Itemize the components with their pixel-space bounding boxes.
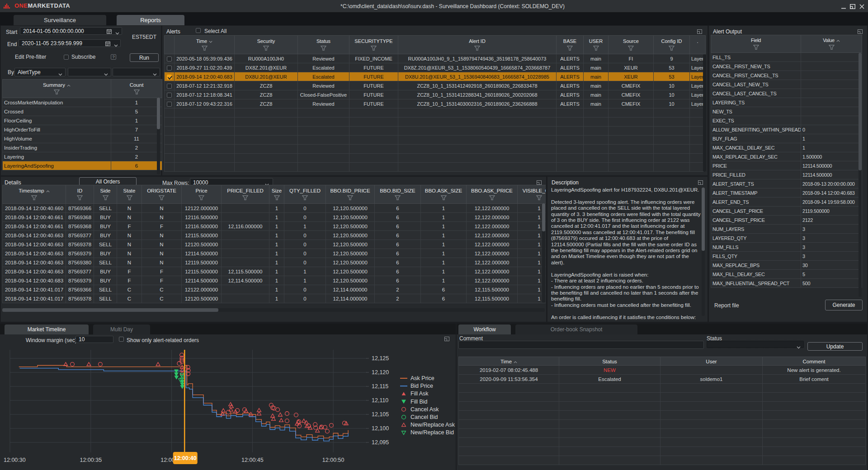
cell[interactable]: C xyxy=(117,294,142,303)
cell[interactable]: ALERT_START_TS xyxy=(711,179,801,188)
table-row[interactable]: CANCEL_LAST_NEW_TS xyxy=(711,80,862,89)
cell[interactable]: BUY xyxy=(94,249,117,258)
cell[interactable]: 1 xyxy=(269,258,284,267)
cell[interactable]: 0 xyxy=(284,258,326,267)
cell[interactable]: FloorCeiling xyxy=(3,116,111,125)
table-row[interactable]: Crossed5 xyxy=(3,107,162,116)
cell[interactable] xyxy=(801,89,862,98)
cell[interactable]: N xyxy=(117,213,142,222)
cell[interactable]: ALERTS xyxy=(557,81,584,90)
cell[interactable]: 2018-09-13 20:00:00.000 xyxy=(801,179,862,188)
cell[interactable]: PRICE_FILLED xyxy=(711,170,801,179)
cell[interactable]: XEUR xyxy=(609,63,654,72)
alert-orders-checkbox[interactable] xyxy=(119,337,124,342)
cell[interactable]: 1 xyxy=(518,240,546,249)
cell[interactable]: 9 xyxy=(654,54,690,63)
cell[interactable]: 1 xyxy=(284,267,326,276)
cell[interactable] xyxy=(165,63,175,72)
table-row[interactable]: HighVolume11 xyxy=(3,134,162,143)
table-row[interactable]: 2018-09-14 12:00:41.01787569366SELLCC121… xyxy=(3,285,546,294)
cell[interactable]: 2018-09-14 12:00:40.683 xyxy=(3,276,66,285)
cell[interactable]: 12,122.000000 xyxy=(467,231,518,240)
cell[interactable]: ZCZ8 xyxy=(235,81,298,90)
cell[interactable]: N xyxy=(117,231,142,240)
column-header[interactable]: USER xyxy=(584,36,609,46)
cell[interactable]: 1 xyxy=(269,249,284,258)
cell[interactable]: 2018-09-14 12:00:41.017 xyxy=(3,285,66,294)
cell[interactable] xyxy=(165,99,175,108)
table-row[interactable]: 2020-05-18 05:39:09.436RU000A100JH0Revie… xyxy=(165,54,706,63)
cell[interactable]: 1 xyxy=(518,267,546,276)
table-row[interactable]: 2018-09-14 12:00:41.01787569378SELLCC121… xyxy=(3,294,546,303)
cell[interactable]: ZCZ8_10_1_1531412492918_260189026_226833… xyxy=(398,81,557,90)
table-row[interactable]: CANCEL_FIRST_CANCEL_TS xyxy=(711,71,862,80)
cell[interactable]: 12120.500000 xyxy=(182,294,222,303)
table-row[interactable]: LAYERED_QTY3 xyxy=(711,234,862,243)
column-filter[interactable] xyxy=(3,89,111,98)
table-row[interactable]: MAX_REPLACE_BPS30 xyxy=(711,261,862,270)
cell[interactable] xyxy=(801,107,862,116)
cell[interactable]: NUM_FILLS xyxy=(711,243,801,252)
cell[interactable]: 2018-09-14 12:00:40.661 xyxy=(3,222,66,231)
cell[interactable]: DX8Z.201@XEUR_53_1_1538060540439_1666587… xyxy=(398,63,557,72)
cell[interactable]: 2020-09-09 11:53:56.354 xyxy=(459,375,559,384)
cell[interactable] xyxy=(222,204,269,213)
table-row[interactable]: 2018-09-27 11:02:20.439DX8Z.201@XEUREsca… xyxy=(165,63,706,72)
cell[interactable]: FUTURE xyxy=(349,99,398,108)
cell[interactable]: N xyxy=(142,240,182,249)
cell[interactable]: PRICE xyxy=(711,161,801,170)
scrollbar-thumb[interactable] xyxy=(542,203,545,231)
cell[interactable]: HighOrderToFill xyxy=(3,125,111,134)
cell[interactable] xyxy=(222,285,269,294)
cell[interactable]: 1 xyxy=(421,204,467,213)
column-header[interactable]: User xyxy=(660,357,763,366)
chevron-down-icon[interactable] xyxy=(115,30,119,36)
cell[interactable]: 6 xyxy=(375,276,421,285)
table-row[interactable]: 2018-07-12 09:43:22.316ZCZ8ReviewedFUTUR… xyxy=(165,99,706,108)
cell[interactable]: FUTURE xyxy=(349,63,398,72)
comment-input[interactable] xyxy=(458,341,704,349)
cell[interactable]: 12119.500000 xyxy=(182,258,222,267)
cell[interactable]: 6 xyxy=(375,240,421,249)
close-button[interactable] xyxy=(859,4,864,9)
cell[interactable]: CANCEL_FIRST_CANCEL_TS xyxy=(711,71,801,80)
cell[interactable]: 12,120.500000 xyxy=(326,231,375,240)
column-header[interactable] xyxy=(165,36,175,46)
cell[interactable]: 1 xyxy=(269,231,284,240)
column-header[interactable]: BASE xyxy=(557,36,584,46)
cell[interactable] xyxy=(801,62,862,71)
column-header[interactable]: Summary xyxy=(3,80,111,89)
cell[interactable]: ALLOW_BENEFITING_WITHIN_SPREAD xyxy=(711,125,801,134)
table-row[interactable]: 2018-09-14 12:00:40.683DX8U.201@XEUREsca… xyxy=(165,72,706,81)
cell[interactable]: N xyxy=(142,258,182,267)
cell[interactable]: CANCEL_LAST_NEW_TS xyxy=(711,80,801,89)
cell[interactable]: SELL xyxy=(94,240,117,249)
table-row[interactable]: CANCEL_FIRST_NEW_TS xyxy=(711,62,862,71)
cell[interactable]: ALERTS xyxy=(557,90,584,99)
cell[interactable]: 2 xyxy=(375,285,421,294)
cell[interactable]: 1 xyxy=(518,213,546,222)
cell[interactable]: Reviewed xyxy=(298,99,349,108)
cell[interactable]: 3 xyxy=(801,243,862,252)
cell[interactable]: 7 xyxy=(111,125,162,134)
cell[interactable] xyxy=(801,98,862,107)
update-button[interactable]: Update xyxy=(807,342,863,351)
cell[interactable]: N xyxy=(117,249,142,258)
table-row[interactable]: FILL_TS xyxy=(711,53,862,62)
cell[interactable]: 12,120.500000 xyxy=(326,240,375,249)
cell[interactable]: 1 xyxy=(518,249,546,258)
column-filter[interactable] xyxy=(609,46,654,54)
expand-icon[interactable] xyxy=(697,29,702,35)
cell[interactable]: 12,122.000000 xyxy=(467,222,518,231)
cell[interactable]: NUM_LAYERS xyxy=(711,225,801,234)
workflow-table[interactable]: TimeStatusUserComment2019-02-07 08:02:45… xyxy=(458,357,865,465)
summary-table[interactable]: SummaryCountCrossMarketManipulation1Cros… xyxy=(2,79,162,170)
cell[interactable]: 11 xyxy=(111,134,162,143)
cell[interactable]: XEUR xyxy=(609,72,654,81)
tab-market-timeline[interactable]: Market Timeline xyxy=(5,324,89,334)
cell[interactable]: CANCEL_FIRST_NEW_TS xyxy=(711,62,801,71)
cell[interactable]: 12115.500000 xyxy=(182,267,222,276)
cell[interactable]: FUTURE xyxy=(349,81,398,90)
cell[interactable]: 12120.500000 xyxy=(182,240,222,249)
cell[interactable]: 87569366 xyxy=(66,204,94,213)
